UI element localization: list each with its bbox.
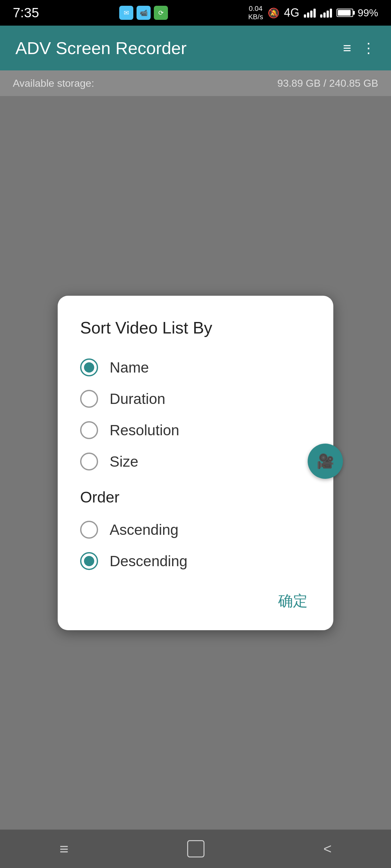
record-fab-icon: 🎥 <box>317 453 334 469</box>
dialog-overlay: 🎥 Sort Video List By Name Duration Resol… <box>0 96 391 830</box>
signal-bars-2 <box>320 8 332 18</box>
sort-radio-group: Name Duration Resolution Size <box>80 353 311 475</box>
storage-value: 93.89 GB / 240.85 GB <box>277 78 378 89</box>
email-icon: ✉ <box>119 6 133 20</box>
notification-icons: ✉ 📹 ⟳ <box>119 6 168 20</box>
sort-resolution-label: Resolution <box>110 422 179 439</box>
order-section-title: Order <box>80 488 311 506</box>
sort-option-size[interactable]: Size <box>80 447 311 475</box>
order-radio-group: Ascending Descending <box>80 516 311 575</box>
order-descending-radio[interactable] <box>80 552 98 570</box>
bottom-menu-icon[interactable]: ≡ <box>59 840 68 858</box>
dialog-title: Sort Video List By <box>80 318 311 337</box>
order-option-ascending[interactable]: Ascending <box>80 516 311 544</box>
status-right: 0.04KB/s 🔕 4G 99% <box>248 4 378 22</box>
status-bar: 7:35 ✉ 📹 ⟳ 0.04KB/s 🔕 4G 99% <box>0 0 391 26</box>
order-option-descending[interactable]: Descending <box>80 547 311 575</box>
signal-bars-1 <box>304 8 316 18</box>
more-options-icon[interactable]: ⋮ <box>362 41 375 55</box>
record-fab[interactable]: 🎥 <box>308 443 343 479</box>
network-type: 4G <box>284 6 299 20</box>
status-time: 7:35 <box>13 5 39 21</box>
order-descending-radio-fill <box>84 556 94 566</box>
storage-bar: Available storage: 93.89 GB / 240.85 GB <box>0 70 391 96</box>
order-ascending-label: Ascending <box>110 521 178 538</box>
bottom-nav: ≡ < <box>0 830 391 868</box>
video-call-icon: 📹 <box>137 6 150 20</box>
sort-name-radio-fill <box>84 362 94 373</box>
sort-resolution-radio[interactable] <box>80 421 98 439</box>
storage-label: Available storage: <box>13 78 94 89</box>
menu-icon[interactable]: ≡ <box>343 41 351 55</box>
order-ascending-radio[interactable] <box>80 521 98 539</box>
sort-option-name[interactable]: Name <box>80 353 311 381</box>
mute-icon: 🔕 <box>268 7 279 19</box>
toolbar-icons: ≡ ⋮ <box>343 41 375 55</box>
sort-name-radio[interactable] <box>80 359 98 376</box>
sort-name-label: Name <box>110 359 149 376</box>
sort-size-label: Size <box>110 453 138 470</box>
dialog-footer: 确定 <box>80 588 311 614</box>
recorder-icon: ⟳ <box>154 6 168 20</box>
app-title: ADV Screen Recorder <box>16 38 187 58</box>
battery-indicator <box>337 9 353 17</box>
sort-duration-radio[interactable] <box>80 390 98 408</box>
app-toolbar: ADV Screen Recorder ≡ ⋮ <box>0 26 391 70</box>
sort-size-radio[interactable] <box>80 453 98 470</box>
sort-option-resolution[interactable]: Resolution <box>80 416 311 444</box>
bottom-back-icon[interactable]: < <box>324 841 332 857</box>
battery-percentage: 99% <box>358 7 378 19</box>
sort-duration-label: Duration <box>110 390 165 407</box>
sort-option-duration[interactable]: Duration <box>80 385 311 413</box>
sort-dialog: 🎥 Sort Video List By Name Duration Resol… <box>58 296 333 630</box>
order-descending-label: Descending <box>110 552 188 570</box>
network-speed: 0.04KB/s <box>248 4 263 22</box>
confirm-button[interactable]: 确定 <box>275 588 311 614</box>
bottom-home-icon[interactable] <box>187 840 204 858</box>
